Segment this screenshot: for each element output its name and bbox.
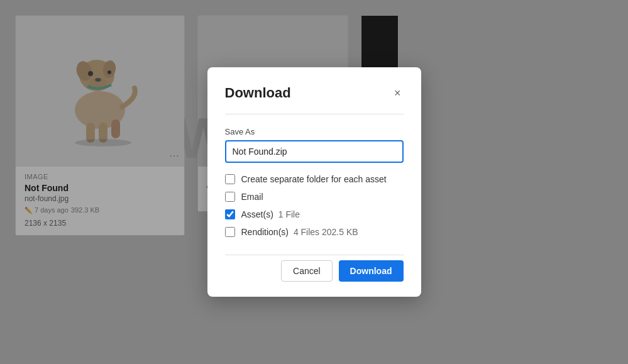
modal-header: Download ×	[225, 85, 404, 101]
renditions-label: Rendition(s) 4 Files 202.5 KB	[241, 227, 358, 237]
create-folder-checkbox[interactable]	[225, 174, 235, 184]
assets-meta: 1 File	[278, 209, 300, 219]
modal-backdrop: Download × Save As Create separate folde…	[0, 0, 628, 364]
download-button[interactable]: Download	[339, 260, 404, 282]
checkbox-row-assets: Asset(s) 1 File	[225, 209, 404, 219]
create-folder-label: Create separate folder for each asset	[241, 174, 387, 184]
assets-label: Asset(s) 1 File	[241, 209, 300, 219]
cancel-button[interactable]: Cancel	[281, 260, 333, 282]
modal-divider	[225, 114, 404, 114]
checkbox-row-email: Email	[225, 192, 404, 202]
email-checkbox[interactable]	[225, 192, 235, 202]
checkbox-row-create-folder: Create separate folder for each asset	[225, 174, 404, 184]
close-button[interactable]: ×	[392, 86, 404, 100]
filename-input[interactable]	[225, 140, 404, 163]
assets-checkbox[interactable]	[225, 209, 235, 219]
download-modal: Download × Save As Create separate folde…	[207, 67, 421, 297]
renditions-checkbox[interactable]	[225, 227, 235, 237]
checkbox-row-renditions: Rendition(s) 4 Files 202.5 KB	[225, 227, 404, 237]
email-label: Email	[241, 192, 263, 202]
modal-title: Download	[225, 85, 291, 101]
modal-footer: Cancel Download	[225, 255, 404, 282]
checkbox-group: Create separate folder for each asset Em…	[225, 174, 404, 237]
renditions-meta: 4 Files 202.5 KB	[294, 227, 358, 237]
save-as-label: Save As	[225, 127, 404, 136]
